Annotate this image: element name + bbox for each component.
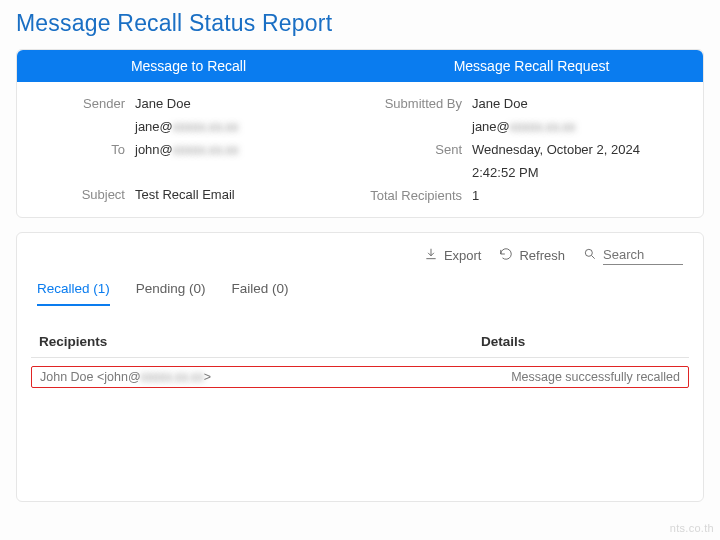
subject-label: Subject xyxy=(17,187,135,202)
header-left: Message to Recall xyxy=(17,58,360,74)
page-title: Message Recall Status Report xyxy=(16,10,704,37)
summary-header-bar: Message to Recall Message Recall Request xyxy=(17,50,703,82)
sender-name: Jane Doe xyxy=(135,96,191,111)
subject-value: Test Recall Email xyxy=(135,187,235,202)
svg-point-0 xyxy=(585,249,592,256)
sender-email: jane@xxxxx.xx.xx xyxy=(135,119,239,134)
export-button[interactable]: Export xyxy=(424,247,482,264)
results-table: Recipients Details John Doe <john@xxxxx.… xyxy=(17,326,703,388)
col-recipients: Recipients xyxy=(39,334,481,349)
tab-failed[interactable]: Failed (0) xyxy=(232,275,289,306)
download-icon xyxy=(424,247,438,264)
to-email: john@xxxxx.xx.xx xyxy=(135,142,239,157)
refresh-label: Refresh xyxy=(519,248,565,263)
tabs: Recalled (1) Pending (0) Failed (0) xyxy=(17,275,703,306)
header-right: Message Recall Request xyxy=(360,58,703,74)
watermark: nts.co.th xyxy=(670,522,714,534)
sender-label: Sender xyxy=(17,96,135,111)
row-recipient: John Doe <john@xxxxx.xx.xx> xyxy=(40,370,480,384)
submitted-by-label: Submitted By xyxy=(360,96,472,111)
table-header: Recipients Details xyxy=(31,326,689,358)
export-label: Export xyxy=(444,248,482,263)
total-recipients-value: 1 xyxy=(472,188,479,203)
search-control[interactable] xyxy=(583,245,683,265)
table-row[interactable]: John Doe <john@xxxxx.xx.xx> Message succ… xyxy=(31,366,689,388)
submitted-by-email: jane@xxxxx.xx.xx xyxy=(472,119,576,134)
results-card: Export Refresh Recalled (1) Pending (0) … xyxy=(16,232,704,502)
sent-time: 2:42:52 PM xyxy=(472,165,539,180)
row-details: Message successfully recalled xyxy=(480,370,680,384)
request-column: Submitted By Jane Doe jane@xxxxx.xx.xx S… xyxy=(360,92,703,207)
col-details: Details xyxy=(481,334,681,349)
to-label: To xyxy=(17,142,135,157)
refresh-icon xyxy=(499,247,513,264)
tab-pending[interactable]: Pending (0) xyxy=(136,275,206,306)
tab-recalled[interactable]: Recalled (1) xyxy=(37,275,110,306)
submitted-by-name: Jane Doe xyxy=(472,96,528,111)
sent-label: Sent xyxy=(360,142,472,157)
total-recipients-label: Total Recipients xyxy=(360,188,472,203)
refresh-button[interactable]: Refresh xyxy=(499,247,565,264)
search-input[interactable] xyxy=(603,245,683,265)
sent-date: Wednesday, October 2, 2024 xyxy=(472,142,640,157)
summary-card: Message to Recall Message Recall Request… xyxy=(16,49,704,218)
search-icon xyxy=(583,247,597,264)
toolbar: Export Refresh xyxy=(17,233,703,269)
recall-column: Sender Jane Doe jane@xxxxx.xx.xx To john… xyxy=(17,92,360,207)
